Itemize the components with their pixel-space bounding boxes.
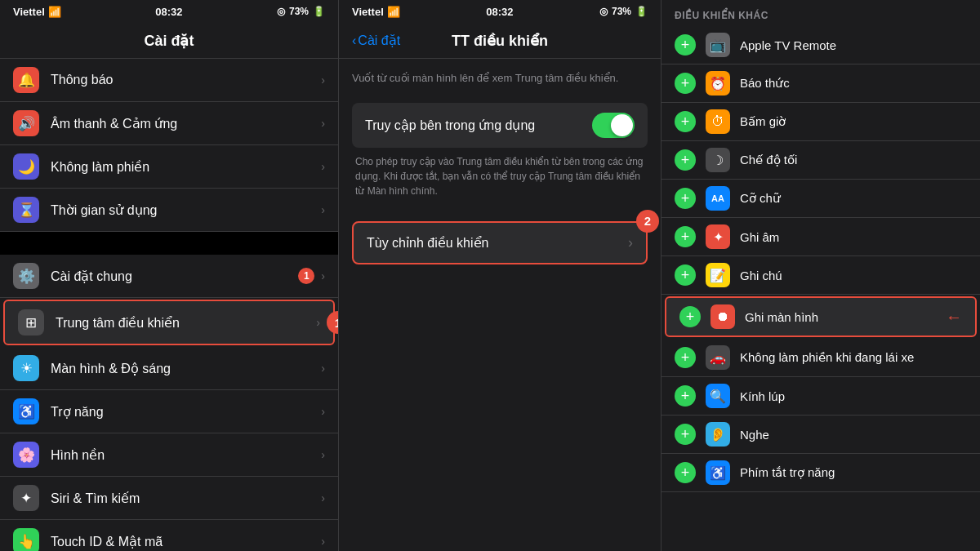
badge-cai-dat-chung: 1 [298, 268, 314, 284]
label-bao-thuc: Báo thức [740, 76, 967, 91]
item-man-hinh[interactable]: ☀ Màn hình & Độ sáng › [0, 347, 338, 390]
tuy-chinh-wrapper: Tùy chỉnh điều khiển › 2 [352, 221, 648, 264]
back-button[interactable]: ‹ Cài đặt [352, 33, 400, 48]
add-icon-ghi-man-hinh: + [679, 306, 701, 327]
toggle-knob [611, 114, 633, 136]
back-label: Cài đặt [358, 33, 400, 48]
label-siri: Siri & Tìm kiếm [51, 491, 321, 506]
icon-thong-bao: 🔔 [13, 67, 39, 93]
item-am-thanh[interactable]: 🔊 Âm thanh & Cảm ứng › [0, 102, 338, 145]
icon-hinh-nen: 🌸 [13, 442, 39, 468]
label-phim-tat-tro-nang: Phím tắt trợ năng [740, 465, 967, 480]
item-hinh-nen[interactable]: 🌸 Hình nền › [0, 433, 338, 477]
status-bar-left: Viettel 📶 08:32 ◎ 73% 🔋 [0, 0, 338, 23]
icon-cai-dat-chung: ⚙️ [13, 263, 39, 289]
toggle-description: Cho phép truy cập vào Trung tâm điều khi… [352, 154, 648, 198]
icon-khong-lam-phien-xe: 🚗 [706, 345, 730, 370]
right-item-nghe[interactable]: + 👂 Nghe [662, 415, 980, 454]
item-trung-tam-dieu-khien[interactable]: ⊞ Trung tâm điều khiển › [3, 300, 335, 345]
nav-bar-middle: ‹ Cài đặt TT điều khiển [339, 23, 661, 59]
add-icon-apple-tv: + [675, 34, 696, 56]
right-items-list: + 📺 Apple TV Remote + ⏰ Báo thức + ⏱ Bấm… [662, 26, 980, 492]
chevron-tuy-chinh: › [628, 234, 633, 251]
label-cai-dat-chung: Cài đặt chung [51, 269, 298, 284]
add-icon-ghi-am: + [675, 226, 696, 247]
right-item-bao-thuc[interactable]: + ⏰ Báo thức [662, 64, 980, 103]
icon-nghe: 👂 [706, 422, 730, 447]
item-touch-id[interactable]: 👆 Touch ID & Mật mã › [0, 520, 338, 551]
middle-content: Vuốt từ cuối màn hình lên để xem Trung t… [339, 59, 661, 276]
label-tro-nang: Trợ năng [51, 404, 321, 420]
right-item-apple-tv[interactable]: + 📺 Apple TV Remote [662, 26, 980, 64]
icon-ghi-man-hinh: ⏺ [710, 304, 735, 329]
chevron-khong-lam-phien: › [321, 160, 325, 173]
item-cai-dat-chung[interactable]: ⚙️ Cài đặt chung 1 › [0, 255, 338, 298]
chevron-am-thanh: › [321, 117, 325, 130]
label-bam-gio: Bấm giờ [740, 114, 967, 129]
item-thong-bao[interactable]: 🔔 Thông báo › [0, 59, 338, 102]
label-khong-lam-phien-xe: Không làm phiền khi đang lái xe [740, 350, 967, 365]
status-right-mid: ◎ 73% 🔋 [599, 6, 648, 17]
icon-tro-nang: ♿ [13, 398, 39, 424]
toggle-row: Truy cập bên trong ứng dụng [352, 103, 648, 148]
right-item-ghi-man-hinh[interactable]: + ⏺ Ghi màn hình ← [665, 296, 977, 337]
tuy-chinh-label: Tùy chỉnh điều khiển [367, 235, 488, 251]
right-item-ghi-chu[interactable]: + 📝 Ghi chú [662, 256, 980, 295]
right-item-khong-lam-phien-xe[interactable]: + 🚗 Không làm phiền khi đang lái xe [662, 339, 980, 377]
right-panel: ĐIỀU KHIỂN KHÁC + 📺 Apple TV Remote + ⏰ … [662, 0, 980, 551]
battery-mid: 73% [612, 6, 631, 17]
right-item-bam-gio[interactable]: + ⏱ Bấm giờ [662, 103, 980, 141]
icon-ghi-chu: 📝 [706, 263, 730, 287]
icon-bao-thuc: ⏰ [706, 71, 730, 96]
step2-label: 2 [636, 210, 659, 233]
location-mid: ◎ [599, 6, 608, 17]
chevron-trung-tam: › [316, 316, 320, 329]
add-icon-khong-lam-phien-xe: + [675, 347, 696, 368]
status-bar-middle: Viettel 📶 08:32 ◎ 73% 🔋 [339, 0, 661, 23]
left-panel: Viettel 📶 08:32 ◎ 73% 🔋 Cài đặt 🔔 Thông … [0, 0, 339, 551]
section-1: 🔔 Thông báo › 🔊 Âm thanh & Cảm ứng › 🌙 K… [0, 59, 338, 232]
status-right-left: ◎ 73% 🔋 [277, 6, 325, 17]
item-tro-nang[interactable]: ♿ Trợ năng › [0, 390, 338, 433]
right-item-kinh-lup[interactable]: + 🔍 Kính lúp [662, 377, 980, 415]
label-touch-id: Touch ID & Mật mã [51, 534, 321, 549]
status-left-mid: Viettel 📶 [352, 6, 400, 18]
add-icon-phim-tat-tro-nang: + [675, 462, 696, 483]
wifi-mid: 📶 [387, 6, 400, 18]
location-left: ◎ [277, 6, 285, 17]
right-item-che-do-toi[interactable]: + ☽ Chế độ tối [662, 141, 980, 180]
add-icon-ghi-chu: + [675, 264, 696, 286]
item-khong-lam-phien[interactable]: 🌙 Không làm phiền › [0, 145, 338, 189]
wifi-left: 📶 [48, 6, 61, 18]
section-2: ⚙️ Cài đặt chung 1 › ⊞ Trung tâm điều kh… [0, 255, 338, 551]
description-text: Vuốt từ cuối màn hình lên để xem Trung t… [352, 70, 648, 87]
right-item-co-chu[interactable]: + AA Cỡ chữ [662, 180, 980, 218]
toggle-switch[interactable] [592, 113, 635, 138]
item-siri[interactable]: ✦ Siri & Tìm kiếm › [0, 477, 338, 520]
right-item-phim-tat-tro-nang[interactable]: + ♿ Phím tắt trợ năng [662, 454, 980, 492]
section-divider-1 [0, 232, 338, 255]
battery-icon-mid: 🔋 [635, 6, 648, 17]
nav-title-left: Cài đặt [144, 32, 194, 50]
icon-thoi-gian: ⌛ [13, 197, 39, 223]
chevron-thong-bao: › [321, 73, 325, 87]
label-thoi-gian: Thời gian sử dụng [51, 202, 321, 218]
icon-trung-tam: ⊞ [18, 309, 44, 335]
battery-icon-left: 🔋 [313, 6, 325, 17]
chevron-touch-id: › [321, 535, 325, 548]
add-icon-bao-thuc: + [675, 73, 696, 94]
right-item-ghi-am[interactable]: + ✦ Ghi âm [662, 218, 980, 256]
back-chevron-icon: ‹ [352, 33, 356, 48]
tuy-chinh-row[interactable]: Tùy chỉnh điều khiển › [352, 221, 648, 264]
icon-am-thanh: 🔊 [13, 110, 39, 136]
icon-ghi-am: ✦ [706, 224, 730, 249]
status-left: Viettel 📶 [13, 6, 61, 18]
nav-bar-left: Cài đặt [0, 23, 338, 59]
label-ghi-am: Ghi âm [740, 230, 967, 244]
add-icon-kinh-lup: + [675, 385, 696, 407]
icon-siri: ✦ [13, 485, 39, 511]
time-left: 08:32 [155, 6, 182, 18]
item-thoi-gian[interactable]: ⌛ Thời gian sử dụng › [0, 189, 338, 232]
time-mid: 08:32 [486, 6, 513, 18]
label-hinh-nen: Hình nền [51, 447, 321, 463]
